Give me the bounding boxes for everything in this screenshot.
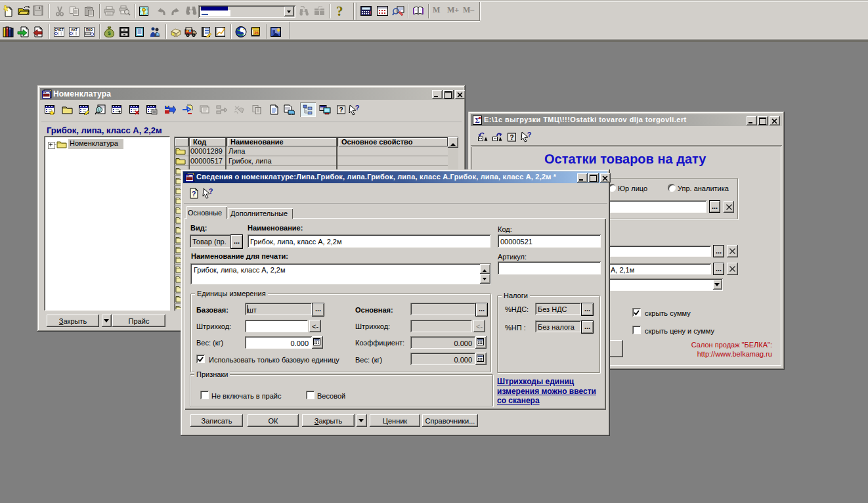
svg-text:26: 26: [254, 31, 259, 35]
svg-text:АКТ: АКТ: [71, 28, 77, 32]
svg-text:?: ?: [510, 134, 513, 141]
svg-text:$: $: [108, 30, 111, 36]
svg-text:?: ?: [192, 190, 196, 198]
svg-text:?: ?: [355, 104, 360, 112]
svg-text:ПКО: ПКО: [86, 28, 93, 32]
svg-text:СЧЕТ: СЧЕТ: [54, 28, 63, 32]
svg-text:?: ?: [209, 188, 213, 195]
svg-text:?: ?: [527, 131, 532, 139]
svg-text:?: ?: [339, 106, 343, 114]
